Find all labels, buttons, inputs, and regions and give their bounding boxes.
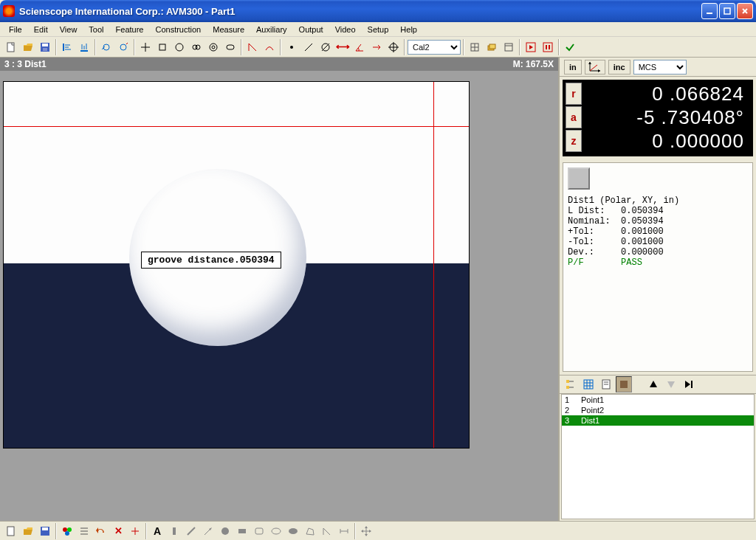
list-item[interactable]: 1Point1 (562, 395, 754, 405)
open-button[interactable] (20, 39, 36, 55)
arrow-tool-button[interactable] (200, 523, 216, 539)
new-button[interactable] (3, 39, 19, 55)
info-ldist: L Dist: 0.050394 (568, 206, 748, 216)
play-button[interactable] (523, 39, 539, 55)
check-button[interactable] (562, 39, 578, 55)
svg-point-23 (176, 44, 183, 51)
tree-view-button[interactable] (563, 376, 579, 392)
menu-tool[interactable]: Tool (83, 24, 109, 35)
menu-file[interactable]: File (3, 24, 28, 35)
info-passfail: P/F PASS (568, 257, 748, 268)
undo-button[interactable] (93, 523, 109, 539)
menu-edit[interactable]: Edit (28, 24, 54, 35)
filled-ellipse-button[interactable] (285, 523, 301, 539)
align-left-button[interactable] (59, 39, 75, 55)
measurement-annotation[interactable]: groove distance.050394 (141, 252, 281, 269)
dro-label-z[interactable]: z (566, 130, 582, 152)
bar-tool-button[interactable] (166, 523, 182, 539)
color-swatch[interactable] (568, 167, 590, 190)
menu-video[interactable]: Video (329, 24, 362, 35)
feature-list[interactable]: 1Point1 2Point2 3Dist1 (561, 394, 755, 519)
angle-draw-button[interactable] (319, 523, 335, 539)
dro-label-r[interactable]: r (566, 83, 582, 105)
open-doc-button[interactable] (20, 523, 36, 539)
list-item[interactable]: 3Dist1 (562, 415, 754, 426)
svg-marker-67 (667, 381, 675, 388)
mode-button[interactable]: inc (608, 60, 630, 75)
distance-h-button[interactable]: ⟷ (334, 39, 351, 55)
svg-rect-45 (543, 43, 552, 52)
target-button[interactable] (385, 39, 402, 55)
angle-button[interactable] (244, 39, 261, 55)
menu-output[interactable]: Output (293, 24, 329, 35)
grid-button[interactable] (467, 39, 483, 55)
color-button[interactable] (59, 523, 75, 539)
pause-button[interactable] (540, 39, 556, 55)
axis-icon[interactable] (585, 60, 605, 75)
concentric-button[interactable] (205, 39, 221, 55)
filled-circle-button[interactable] (217, 523, 233, 539)
circle-tangent-button[interactable] (115, 39, 131, 55)
list-item[interactable]: 2Point2 (562, 405, 754, 415)
crosshair-horizontal (4, 126, 469, 127)
dro-display: r a z 0 .066824 -5 .730408° 0 .000000 (563, 80, 753, 156)
save-doc-button[interactable] (37, 523, 53, 539)
menu-measure[interactable]: Measure (207, 24, 250, 35)
rounded-button[interactable] (251, 523, 267, 539)
ellipse-button[interactable] (268, 523, 284, 539)
move-button[interactable] (358, 523, 374, 539)
minimize-button[interactable] (701, 3, 718, 19)
menu-auxiliary[interactable]: Auxiliary (250, 24, 293, 35)
line-button[interactable] (300, 39, 317, 55)
list-button[interactable] (76, 523, 92, 539)
grid-view-button[interactable] (580, 376, 597, 392)
point-button[interactable] (284, 39, 300, 55)
circle-tool-button[interactable] (98, 39, 114, 55)
line-tool-button[interactable] (183, 523, 199, 539)
properties-button[interactable] (501, 39, 517, 55)
goto-end-button[interactable] (681, 376, 697, 392)
dro-label-a[interactable]: a (566, 106, 582, 128)
report-button[interactable] (598, 376, 614, 392)
svg-rect-57 (584, 380, 593, 389)
dro-value-a: -5 .730408° (589, 106, 750, 130)
delete-button[interactable]: ✕ (110, 523, 126, 539)
menu-feature[interactable]: Feature (110, 24, 150, 35)
rounded-rect-button[interactable] (222, 39, 238, 55)
align-bottom-button[interactable] (76, 39, 92, 55)
diameter-button[interactable] (317, 39, 334, 55)
video-viewport[interactable]: groove distance.050394 (3, 81, 470, 449)
info-ptol: +Tol: 0.001000 (568, 226, 748, 237)
maximize-button[interactable] (719, 3, 735, 19)
move-down-button[interactable] (663, 376, 679, 392)
polygon-button[interactable] (302, 523, 318, 539)
calibration-dropdown[interactable]: Cal2 (408, 40, 461, 55)
dual-circle-button[interactable] (188, 39, 205, 55)
new-doc-button[interactable] (3, 523, 19, 539)
menu-view[interactable]: View (54, 24, 83, 35)
menu-help[interactable]: Help (394, 24, 423, 35)
move-up-button[interactable] (645, 376, 662, 392)
box-button[interactable] (154, 39, 171, 55)
circle-button[interactable] (171, 39, 188, 55)
crosshair-button[interactable] (137, 39, 154, 55)
add-point-button[interactable] (127, 523, 143, 539)
close-button[interactable] (737, 3, 753, 19)
unit-button[interactable]: in (564, 60, 582, 75)
menu-setup[interactable]: Setup (362, 24, 395, 35)
toggle-view-button[interactable] (616, 376, 632, 392)
filled-rect-button[interactable] (234, 523, 250, 539)
coord-system-dropdown[interactable]: MCS (633, 60, 687, 75)
runout-button[interactable] (368, 39, 385, 55)
menu-construction[interactable]: Construction (149, 24, 207, 35)
angle-measure-button[interactable] (351, 39, 368, 55)
dimension-button[interactable] (336, 523, 352, 539)
text-tool-button[interactable]: A (149, 523, 165, 539)
layers-button[interactable] (484, 39, 500, 55)
titlebar: Scienscope International Corp.: AVM300 -… (0, 0, 756, 22)
svg-rect-4 (7, 43, 14, 52)
arc-arrow-button[interactable] (261, 39, 278, 55)
window-title: Scienscope International Corp.: AVM300 -… (19, 6, 701, 17)
save-button[interactable] (37, 39, 53, 55)
svg-rect-28 (227, 45, 234, 49)
